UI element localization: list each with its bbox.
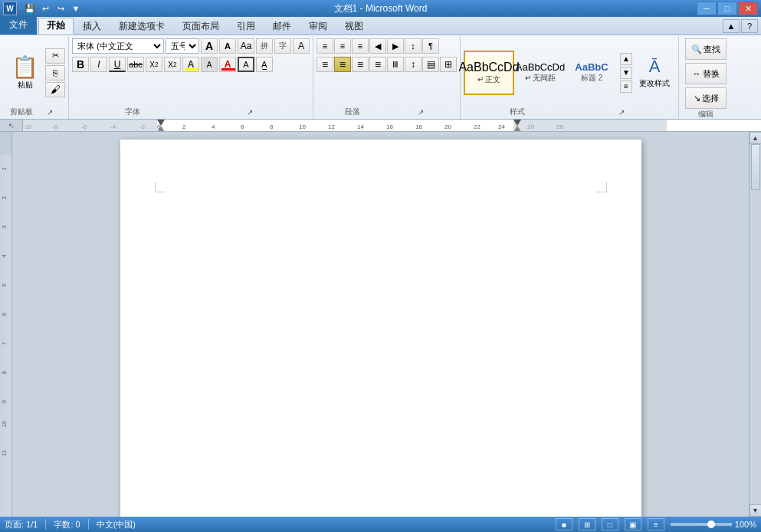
svg-text:16: 16 [386, 123, 393, 130]
view-normal-button[interactable]: ■ [556, 518, 572, 530]
title-bar: W 💾 ↩ ↪ ▼ 文档1 - Microsoft Word ─ □ ✕ [0, 0, 761, 17]
ribbon: 📋 粘贴 ✂ ⎘ 🖌 剪贴板 ↗ 宋体 (中文正文 [0, 35, 761, 120]
font-name-select[interactable]: 宋体 (中文正文 [72, 38, 164, 54]
svg-text:4: 4 [2, 255, 7, 258]
replace-button[interactable]: ↔ 替换 [685, 63, 727, 84]
italic-button[interactable]: I [90, 57, 107, 72]
qa-save[interactable]: 💾 [23, 2, 37, 15]
copy-button[interactable]: ⎘ [45, 65, 65, 80]
enclosed-char-button[interactable]: 字 [274, 38, 291, 54]
qa-redo[interactable]: ↪ [54, 2, 67, 15]
qa-undo[interactable]: ↩ [38, 2, 52, 15]
align-center-button[interactable]: ≡ [334, 57, 351, 72]
text-highlight-button[interactable]: A [182, 57, 199, 72]
bold-button[interactable]: B [72, 57, 89, 72]
style-scroll-up[interactable]: ▲ [620, 53, 632, 65]
shading-button[interactable]: ▤ [422, 57, 439, 72]
char-border-button[interactable]: A [238, 57, 254, 72]
superscript-button[interactable]: X2 [164, 57, 181, 72]
document-area[interactable] [12, 132, 749, 517]
tab-mail[interactable]: 邮件 [264, 18, 300, 34]
decrease-indent-button[interactable]: ◀ [369, 38, 386, 54]
svg-text:14: 14 [357, 123, 364, 130]
tab-view[interactable]: 视图 [336, 18, 372, 34]
select-button[interactable]: ↘ 选择 [685, 87, 727, 109]
svg-rect-21 [513, 120, 667, 132]
minimize-button[interactable]: ─ [697, 2, 717, 15]
view-print-button[interactable]: □ [602, 518, 618, 530]
font-group: 宋体 (中文正文 五号 A A Aa 拼 字 A B I U abc [69, 37, 313, 119]
vertical-ruler: 1 2 3 4 5 6 7 8 9 10 11 [0, 132, 12, 517]
tab-insert[interactable]: 插入 [74, 18, 110, 34]
tab-references[interactable]: 引用 [228, 18, 264, 34]
style-no-spacing[interactable]: AaBbCcDd ↵ 无间距 [515, 51, 566, 95]
tab-file[interactable]: 文件 [0, 16, 37, 34]
bullets-button[interactable]: ≡ [317, 38, 333, 54]
strikethrough-button[interactable]: abc [127, 57, 144, 72]
tab-new[interactable]: 新建选项卡 [110, 18, 173, 34]
vertical-ruler-svg: 1 2 3 4 5 6 7 8 9 10 11 [0, 132, 12, 517]
align-left-button[interactable]: ≡ [317, 57, 333, 72]
maximize-button[interactable]: □ [717, 2, 737, 15]
sort-button[interactable]: ↕ [405, 38, 422, 54]
line-spacing-button[interactable]: ↕ [405, 57, 422, 72]
language-indicator[interactable]: 中文(中国) [97, 519, 136, 530]
scroll-thumb[interactable] [751, 144, 760, 190]
tab-home[interactable]: 开始 [38, 18, 74, 34]
char-scale-button[interactable]: A̲ [256, 57, 273, 72]
help-button[interactable]: ? [741, 19, 758, 33]
font-color-button[interactable]: A [219, 57, 236, 72]
find-button[interactable]: 🔍 查找 [685, 38, 727, 60]
font-expand-icon[interactable]: ↗ [191, 108, 308, 117]
word-count: 字数: 0 [54, 519, 80, 530]
tab-review[interactable]: 审阅 [300, 18, 336, 34]
ribbon-collapse-button[interactable]: ▲ [723, 19, 740, 33]
increase-indent-button[interactable]: ▶ [387, 38, 404, 54]
format-painter-button[interactable]: 🖌 [45, 82, 65, 97]
scroll-track[interactable] [750, 144, 761, 504]
clipboard-expand-icon[interactable]: ↗ [36, 108, 64, 117]
increase-font-button[interactable]: A [201, 38, 218, 54]
word-icon: W [3, 2, 17, 15]
text-area[interactable] [166, 193, 595, 517]
change-styles-button[interactable]: Ā 更改样式 [634, 53, 675, 93]
ruler-corner[interactable]: ↖ [0, 120, 23, 132]
underline-button[interactable]: U [109, 57, 126, 72]
columns-button[interactable]: Ⅲ [387, 57, 404, 72]
align-right-button[interactable]: ≡ [352, 57, 369, 72]
qa-customize[interactable]: ▼ [69, 2, 83, 15]
view-draft-button[interactable]: ≡ [648, 518, 664, 530]
zoom-thumb[interactable] [707, 521, 715, 528]
cut-button[interactable]: ✂ [45, 48, 65, 64]
style-heading2-text: AaBbC [575, 61, 608, 73]
paste-button[interactable]: 📋 粘贴 [6, 52, 44, 93]
scroll-up-button[interactable]: ▲ [750, 132, 762, 144]
scroll-down-button[interactable]: ▼ [750, 504, 762, 517]
styles-expand-icon[interactable]: ↗ [569, 108, 674, 117]
view-web-button[interactable]: ⊞ [579, 518, 595, 530]
char-shading-button[interactable]: A [201, 57, 218, 72]
svg-text:2: 2 [182, 123, 186, 130]
view-full-button[interactable]: ▣ [625, 518, 641, 530]
show-marks-button[interactable]: ¶ [422, 38, 439, 54]
document-page[interactable] [120, 140, 641, 517]
close-button[interactable]: ✕ [738, 2, 758, 15]
clear-formatting-button[interactable]: A [293, 38, 310, 54]
zoom-level[interactable]: 100% [735, 520, 756, 529]
subscript-button[interactable]: X2 [146, 57, 162, 72]
change-case-button[interactable]: Aa [238, 38, 254, 54]
style-scroll-down[interactable]: ▼ [620, 67, 632, 79]
phonetic-button[interactable]: 拼 [256, 38, 273, 54]
paragraph-expand-icon[interactable]: ↗ [387, 108, 456, 117]
zoom-slider[interactable] [671, 523, 732, 526]
style-expand[interactable]: ≡ [620, 80, 632, 93]
justify-button[interactable]: ≡ [369, 57, 386, 72]
multilevel-list-button[interactable]: ≡ [352, 38, 369, 54]
style-heading2[interactable]: AaBbC 标题 2 [566, 51, 617, 95]
numbering-button[interactable]: ≡ [334, 38, 351, 54]
decrease-font-button[interactable]: A [219, 38, 236, 54]
borders-button[interactable]: ⊞ [440, 57, 457, 72]
font-size-select[interactable]: 五号 [166, 38, 199, 54]
style-normal[interactable]: AaBbCcDd ↵ 正文 [464, 51, 514, 95]
tab-page-layout[interactable]: 页面布局 [174, 18, 228, 34]
